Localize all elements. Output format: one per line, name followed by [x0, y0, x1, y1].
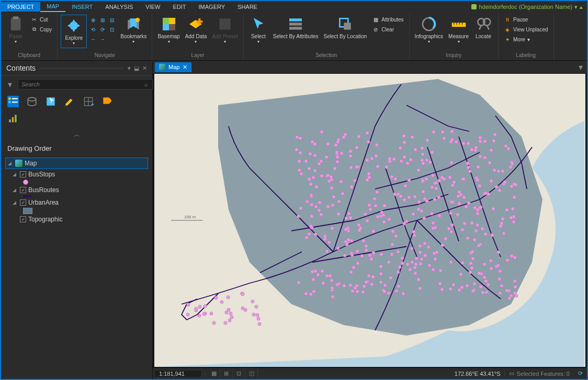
search-input[interactable]	[18, 79, 153, 90]
list-by-perf-icon[interactable]	[7, 113, 19, 126]
list-by-drawing-order-icon[interactable]	[7, 96, 19, 107]
coordinates[interactable]: 172.66°E 43.41°S	[450, 371, 505, 377]
user-info[interactable]: hdeindorferdoc (Organization Name) ▾ ▴	[471, 4, 587, 10]
layer-busroutes[interactable]: ◢ ✓ BusRoutes	[10, 185, 148, 195]
select-button[interactable]: Select ▾	[247, 15, 270, 45]
layer-busstops[interactable]: ◢ ✓ BusStops	[10, 169, 148, 180]
basemap-button[interactable]: Basemap ▾	[155, 15, 182, 45]
clear-button[interactable]: ⊘Clear	[370, 25, 405, 34]
expand-icon[interactable]: ◢	[13, 187, 18, 193]
full-extent-icon[interactable]: ⊕	[89, 16, 97, 24]
measure-button[interactable]: Measure ▾	[446, 15, 471, 45]
refresh-icon[interactable]: ⟳	[574, 370, 587, 377]
fixed-zoom-out-icon[interactable]: ⊟	[108, 16, 116, 24]
pin-icon[interactable]: ⬓	[134, 65, 139, 72]
svg-point-258	[501, 170, 504, 173]
select-by-location-button[interactable]: Select By Location	[322, 15, 369, 40]
svg-point-448	[457, 195, 460, 198]
layer-map-root[interactable]: ◢ Map	[5, 158, 148, 169]
fixed-zoom-in-icon[interactable]: ⊞	[98, 16, 107, 24]
svg-point-287	[461, 228, 464, 231]
tab-edit[interactable]: EDIT	[166, 2, 192, 12]
tab-map[interactable]: MAP	[40, 2, 65, 12]
expand-icon[interactable]: ◢	[13, 200, 18, 205]
svg-rect-10	[289, 23, 302, 25]
svg-point-176	[507, 147, 510, 150]
svg-point-277	[387, 292, 390, 295]
svg-point-273	[336, 155, 339, 159]
svg-point-259	[308, 167, 311, 170]
checkbox[interactable]: ✓	[20, 171, 26, 177]
tab-menu-icon[interactable]: ▾	[579, 62, 583, 72]
filter-icon[interactable]: ▾	[5, 80, 15, 89]
locate-button[interactable]: Locate	[472, 15, 495, 40]
collapse-toolbar-icon[interactable]: ︿	[1, 128, 152, 141]
tab-view[interactable]: VIEW	[139, 2, 166, 12]
map-tabs: Map ✕ ▾	[153, 61, 587, 73]
svg-point-367	[345, 243, 348, 246]
tab-project[interactable]: PROJECT	[1, 2, 40, 12]
more-button[interactable]: ✦More ▾	[502, 35, 550, 44]
svg-point-142	[312, 176, 315, 179]
next-extent-icon[interactable]: ⟳	[98, 25, 107, 33]
add-preset-button[interactable]: Add Preset ▾	[210, 15, 240, 45]
map-view-tab[interactable]: Map ✕	[155, 62, 191, 72]
svg-point-196	[441, 130, 444, 133]
list-by-snapping-icon[interactable]: +	[83, 96, 94, 107]
list-by-labeling-icon[interactable]	[101, 96, 113, 107]
sb-btn-1[interactable]: ▦	[208, 368, 220, 379]
attributes-button[interactable]: ▦Attributes	[370, 15, 405, 24]
infographics-button[interactable]: Infographics ▾	[413, 15, 445, 45]
svg-point-92	[350, 239, 353, 242]
svg-point-355	[349, 166, 353, 169]
svg-point-223	[368, 254, 371, 257]
checkbox[interactable]: ✓	[20, 187, 26, 193]
pause-button[interactable]: ⏸Pause	[502, 15, 550, 24]
copy-button[interactable]: ⧉Copy	[28, 25, 54, 34]
sb-btn-2[interactable]: ⊞	[220, 368, 233, 379]
svg-point-427	[424, 254, 427, 257]
tab-share[interactable]: SHARE	[231, 2, 264, 12]
view-unplaced-button[interactable]: ◈View Unplaced	[502, 25, 550, 34]
scale-input[interactable]: 1:181,941	[155, 371, 202, 377]
svg-point-445	[479, 136, 482, 139]
explore-button[interactable]: Explore ▾	[62, 16, 85, 47]
list-by-editing-icon[interactable]	[64, 96, 75, 107]
paste-button[interactable]: Paste ▾	[4, 15, 27, 45]
layer-urbanarea[interactable]: ◢ ✓ UrbanArea	[10, 197, 148, 208]
close-panel-icon[interactable]: ✕	[142, 65, 147, 72]
checkbox[interactable]: ✓	[20, 216, 26, 222]
svg-point-320	[330, 279, 333, 282]
collapse-ribbon-icon[interactable]: ▴	[580, 4, 583, 10]
cut-button[interactable]: ✂Cut	[28, 15, 54, 24]
tab-insert[interactable]: INSERT	[65, 2, 99, 12]
cut-icon: ✂	[30, 16, 38, 23]
prev-extent-icon[interactable]: ⟲	[89, 25, 97, 33]
list-by-data-source-icon[interactable]	[26, 96, 38, 107]
layer-topographic[interactable]: ◢ ✓ Topographic	[10, 214, 148, 225]
list-by-selection-icon[interactable]	[45, 96, 56, 107]
sb-btn-4[interactable]: ◫	[245, 368, 258, 379]
map-canvas[interactable]: 100 m	[154, 73, 586, 367]
close-tab-icon[interactable]: ✕	[183, 64, 187, 71]
sb-btn-3[interactable]: ⊡	[233, 368, 245, 379]
svg-point-363	[473, 206, 477, 209]
select-by-attributes-button[interactable]: Select By Attributes	[271, 15, 321, 40]
checkbox[interactable]: ✓	[20, 199, 26, 206]
svg-point-116	[394, 177, 397, 181]
back-arrow-icon[interactable]: ←	[89, 35, 97, 43]
bookmarks-button[interactable]: Bookmarks ▾	[118, 15, 149, 45]
attributes-icon: ▦	[372, 16, 379, 23]
explore-icon	[65, 17, 82, 34]
add-data-button[interactable]: Add Data ▾	[183, 15, 209, 45]
search-icon[interactable]: ⌕	[144, 81, 148, 87]
tab-imagery[interactable]: IMAGERY	[193, 2, 232, 12]
nav-icon[interactable]: ⊡	[108, 25, 116, 33]
fwd-arrow-icon[interactable]: →	[98, 35, 107, 43]
layer-label: BusStops	[28, 171, 55, 178]
expand-icon[interactable]: ◢	[13, 172, 18, 177]
tab-analysis[interactable]: ANALYSIS	[99, 2, 139, 12]
selected-features[interactable]: ▭ Selected Features: 0	[504, 370, 574, 377]
expand-icon[interactable]: ◢	[8, 161, 13, 166]
autohide-icon[interactable]: ▾	[128, 65, 131, 72]
